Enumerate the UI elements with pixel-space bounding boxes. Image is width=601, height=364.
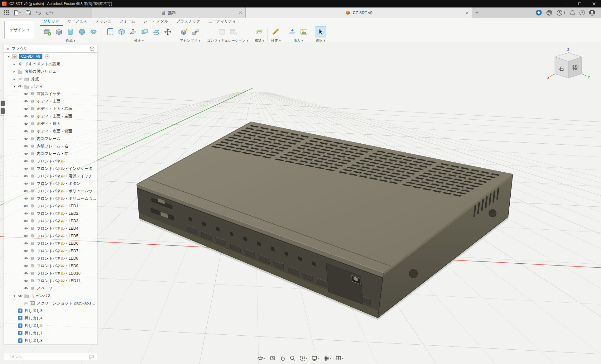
insert-derive-button[interactable] [287,26,298,37]
insert-canvas-button[interactable] [299,26,309,37]
torus-primitive-button[interactable] [88,26,99,37]
fillet-button[interactable] [105,26,115,37]
combine-button[interactable] [139,26,150,37]
tree-item[interactable]: フロントパネル・インジケータ [4,165,97,172]
visibility-eye-icon[interactable] [22,271,29,275]
visibility-eye-icon[interactable] [22,144,29,148]
expander-icon[interactable]: ▸ [12,77,17,81]
expander-icon[interactable]: ▾ [6,55,11,58]
ribbon-tab-sheetmetal[interactable]: シート メタル [140,18,172,26]
tree-item[interactable]: フロントパネル・ボリュームつまみ2 [4,195,97,202]
notification-clock-button[interactable]: 1 [556,10,565,16]
help-button[interactable]: ? [579,10,585,15]
expander-icon[interactable]: ▸ [12,62,17,66]
draft-button[interactable] [128,26,138,37]
tree-item[interactable]: フロントパネル [4,157,97,165]
grid-settings-button[interactable]: ▾ [323,355,333,362]
tree-item[interactable]: 押し出し5 [4,322,97,329]
tab-untitled[interactable]: 無題 [92,7,246,18]
save-button[interactable] [26,10,31,15]
visibility-eye-icon[interactable] [22,227,29,230]
maximize-button[interactable] [572,0,587,7]
notifications-button[interactable] [570,10,575,16]
fit-button[interactable]: ▾ [299,355,309,362]
job-status-button[interactable] [546,10,552,16]
tree-item[interactable]: フロントパネル・LED7 [4,247,97,255]
tree-item[interactable]: フロントパネル・LED6 [4,240,97,247]
collapse-browser-button[interactable]: « [7,46,9,51]
visibility-eye-icon[interactable] [22,174,29,178]
visibility-eye-icon[interactable] [22,182,29,185]
tree-item[interactable]: ボディ・底面・背面 [4,127,97,135]
visibility-eye-icon[interactable] [22,212,29,215]
tree-item[interactable]: フロントパネル・LED2 [4,210,97,217]
activate-component-radio[interactable] [45,54,50,59]
panel-grip[interactable] [1,101,5,106]
expander-icon[interactable]: ▾ [12,294,17,298]
visibility-eye-icon[interactable] [17,77,23,81]
tree-item[interactable]: フロントパネル・LED4 [4,225,97,232]
look-at-button[interactable] [269,355,276,362]
ribbon-tab-mesh[interactable]: メッシュ [92,18,115,26]
visibility-eye-icon[interactable] [22,249,29,253]
tree-item[interactable]: フロントパネル・LED1 [4,202,97,210]
app-grid-button[interactable] [4,10,9,15]
visibility-eye-icon[interactable] [22,219,29,223]
comment-bubble-button[interactable] [89,355,94,359]
select-button[interactable] [315,26,326,37]
visibility-eye-icon[interactable] [22,152,29,156]
tree-item[interactable]: フロントパネル・ボタン [4,180,97,187]
visibility-eye-icon[interactable] [22,234,29,238]
ribbon-tab-surface[interactable]: サーフェス [64,18,91,26]
tree-item[interactable]: フロントパネル・LED9 [4,262,97,270]
close-button[interactable] [587,0,601,7]
visibility-eye-icon[interactable] [22,114,29,118]
tree-item[interactable]: 内部フレーム [4,135,97,142]
visibility-eye-icon[interactable] [22,264,29,268]
close-tab-button[interactable] [239,11,242,14]
tree-item[interactable]: フロントパネル・LED8 [4,255,97,262]
tree-item[interactable]: 押し出し8 [4,337,97,344]
insert-configuration-button[interactable] [228,26,239,37]
new-component-button[interactable] [42,26,53,37]
sphere-primitive-button[interactable] [77,26,87,37]
expander-icon[interactable]: ▸ [12,70,17,73]
tree-item[interactable]: ボディ・上面 [4,98,97,105]
tree-item[interactable]: スペーサ [4,285,97,292]
tree-item[interactable]: ▾ボディ [4,83,97,90]
visibility-eye-icon[interactable] [22,256,29,260]
visibility-eye-icon[interactable] [22,122,29,126]
extensions-button[interactable] [536,9,542,16]
ribbon-tab-solid[interactable]: ソリッド [40,18,63,26]
tree-item[interactable]: ▸ドキュメントの設定 [4,60,97,68]
tree-item[interactable]: フロントパネル・LED5 [4,232,97,240]
construction-plane-button[interactable] [254,26,265,37]
tree-item[interactable]: ▸原点 [4,75,97,83]
joint-button[interactable] [190,26,201,37]
visibility-eye-icon[interactable] [22,129,29,133]
undo-button[interactable] [36,10,41,15]
assembly-component-button[interactable] [179,26,190,37]
move-button[interactable] [162,26,173,37]
visibility-eye-icon[interactable] [22,286,29,290]
visibility-eye-icon[interactable] [22,242,29,245]
tree-item[interactable]: スクリーンショット 2025-02-14 01.... [4,299,97,307]
visibility-eye-icon[interactable] [22,107,29,111]
tree-item[interactable]: ボディ・底面 [4,120,97,127]
tree-item[interactable]: ▾キャンバス [4,292,97,299]
zoom-button[interactable] [289,355,296,362]
expander-icon[interactable]: ▾ [12,85,17,88]
visibility-eye-icon[interactable] [22,137,29,141]
display-settings-button[interactable]: ▾ [310,355,320,362]
configuration-table-button[interactable] [217,26,227,37]
tree-item[interactable]: フロントパネル・ボリュームつまみ1 [4,187,97,195]
visibility-eye-icon[interactable] [22,189,29,193]
tree-item[interactable]: ▾CZ-8DT v9 [4,53,97,60]
cylinder-primitive-button[interactable] [65,26,76,37]
tree-item[interactable]: 押し出し3 [4,307,97,314]
tree-item[interactable]: ボディ・上面・左面 [4,113,97,120]
workspace-selector[interactable]: デザイン ▾ [4,21,34,39]
visibility-eye-icon[interactable] [22,159,29,163]
pan-button[interactable] [279,355,286,362]
tree-item[interactable]: フロントパネル・LED11 [4,277,97,285]
